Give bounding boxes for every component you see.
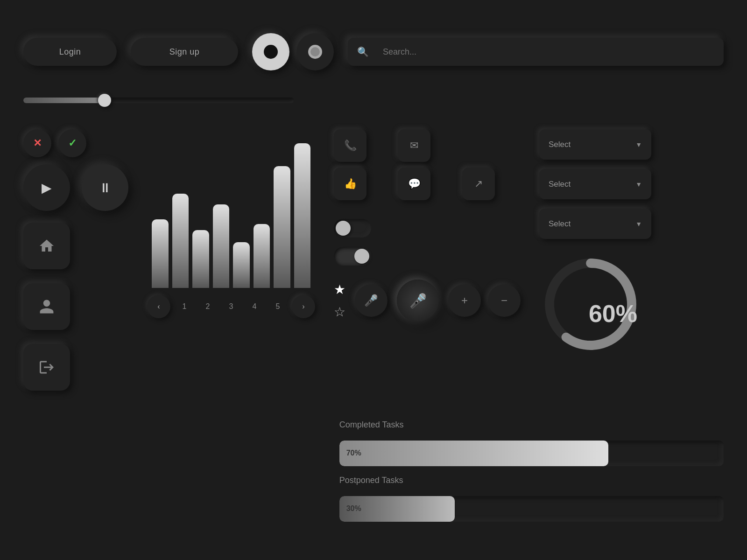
bar-2 <box>192 230 209 288</box>
thumbs-up-button[interactable]: 👍 <box>334 168 366 200</box>
minus-button[interactable]: − <box>488 284 521 317</box>
bar-4 <box>233 242 250 288</box>
chat-icon: 💬 <box>408 178 421 190</box>
logout-nav-button[interactable] <box>23 344 70 391</box>
plus-button[interactable]: + <box>448 284 481 317</box>
slider-container <box>23 90 524 111</box>
select-dropdown-2[interactable]: Select ▼ <box>539 169 651 199</box>
select-dropdown-1[interactable]: Select ▼ <box>539 129 651 160</box>
completed-fill: 70% <box>339 441 608 466</box>
logout-icon <box>38 359 55 376</box>
slider-thumb[interactable] <box>98 94 111 107</box>
icon-grid: 📞 ✉ 👍 💬 ↗ <box>334 129 521 200</box>
login-button[interactable]: Login <box>23 38 117 66</box>
toggle-off[interactable] <box>334 219 371 238</box>
postponed-fill: 30% <box>339 496 455 522</box>
bar-chart <box>147 129 315 288</box>
page-1[interactable]: 1 <box>175 297 194 316</box>
select-dropdown-3[interactable]: Select ▼ <box>539 209 651 239</box>
bar-7 <box>294 143 311 288</box>
next-page-button[interactable]: › <box>292 295 315 318</box>
mic-small-button[interactable]: 🎤 <box>355 284 388 317</box>
home-icon <box>38 238 55 254</box>
radio-group <box>252 33 334 70</box>
bar-1 <box>172 194 189 288</box>
phone-icon: 📞 <box>344 140 357 152</box>
radio-light[interactable] <box>252 33 289 70</box>
prev-page-button[interactable]: ‹ <box>147 295 170 318</box>
bar-6 <box>274 166 290 288</box>
check-button[interactable]: ✓ <box>58 129 86 157</box>
bar-3 <box>213 204 230 288</box>
page-5[interactable]: 5 <box>268 297 287 316</box>
star-empty-button[interactable]: ☆ <box>334 304 345 320</box>
circular-progress-container: 60% <box>539 253 642 356</box>
thumbs-up-icon: 👍 <box>344 178 357 190</box>
select-arrow-1: ▼ <box>635 141 642 148</box>
phone-button[interactable]: 📞 <box>334 129 366 162</box>
search-wrapper: 🔍 <box>348 38 724 66</box>
chat-button[interactable]: 💬 <box>398 168 430 200</box>
play-button[interactable]: ▶ <box>23 164 70 211</box>
search-icon: 🔍 <box>357 46 369 57</box>
slider-track[interactable] <box>23 98 294 103</box>
completed-tasks-section: Completed Tasks 70% <box>339 420 724 466</box>
share-button[interactable]: ↗ <box>462 168 495 200</box>
postponed-track: 30% <box>339 496 724 522</box>
page-4[interactable]: 4 <box>245 297 264 316</box>
toggle-thumb-off <box>336 221 351 236</box>
postponed-tasks-section: Postponed Tasks 30% <box>339 476 724 522</box>
share-icon: ↗ <box>474 178 483 190</box>
profile-icon <box>38 298 55 315</box>
pagination: ‹ 1 2 3 4 5 › <box>147 295 315 318</box>
radio-inner-selected <box>264 45 278 59</box>
media-controls: ▶ ⏸ <box>23 164 128 211</box>
circular-progress-label: 60% <box>589 300 637 328</box>
x-button[interactable]: ✕ <box>23 129 51 157</box>
nav-icons <box>23 223 128 391</box>
page-3[interactable]: 3 <box>222 297 240 316</box>
profile-nav-button[interactable] <box>23 283 70 330</box>
mic-large-icon: 🎤 <box>409 293 427 309</box>
search-input[interactable] <box>374 38 714 66</box>
check-x-row: ✕ ✓ <box>23 129 128 157</box>
plus-minus-group: + − <box>448 284 521 317</box>
pause-icon: ⏸ <box>99 180 112 196</box>
toggle-thumb-on <box>354 249 369 264</box>
star-filled-button[interactable]: ★ <box>334 282 345 297</box>
select-arrow-2: ▼ <box>635 181 642 188</box>
radio-inner-unsel <box>308 45 322 59</box>
toggle-on[interactable] <box>334 247 371 266</box>
postponed-label: Postponed Tasks <box>339 476 724 485</box>
progress-section: Completed Tasks 70% Postponed Tasks 30% <box>339 415 724 532</box>
mic-large-button[interactable]: 🎤 <box>397 280 439 322</box>
star-mic-row: ★ ☆ 🎤 🎤 + − <box>334 280 521 322</box>
page-2[interactable]: 2 <box>198 297 217 316</box>
bar-5 <box>254 224 270 288</box>
postponed-value: 30% <box>346 504 361 513</box>
slider-fill <box>23 98 105 103</box>
select-arrow-3: ▼ <box>635 220 642 228</box>
pause-button[interactable]: ⏸ <box>82 164 128 211</box>
signup-button[interactable]: Sign up <box>131 38 238 66</box>
completed-value: 70% <box>346 449 361 457</box>
toggle-section <box>334 219 521 266</box>
bar-0 <box>152 219 169 288</box>
play-icon: ▶ <box>42 180 52 196</box>
completed-label: Completed Tasks <box>339 420 724 430</box>
radio-dark[interactable] <box>296 33 334 70</box>
mic-small-icon: 🎤 <box>364 294 378 307</box>
completed-track: 70% <box>339 441 724 466</box>
toggle-group <box>334 219 371 266</box>
star-group: ★ ☆ <box>334 282 345 320</box>
spacer <box>462 129 495 162</box>
mail-icon: ✉ <box>410 140 418 152</box>
mail-button[interactable]: ✉ <box>398 129 430 162</box>
home-nav-button[interactable] <box>23 223 70 269</box>
